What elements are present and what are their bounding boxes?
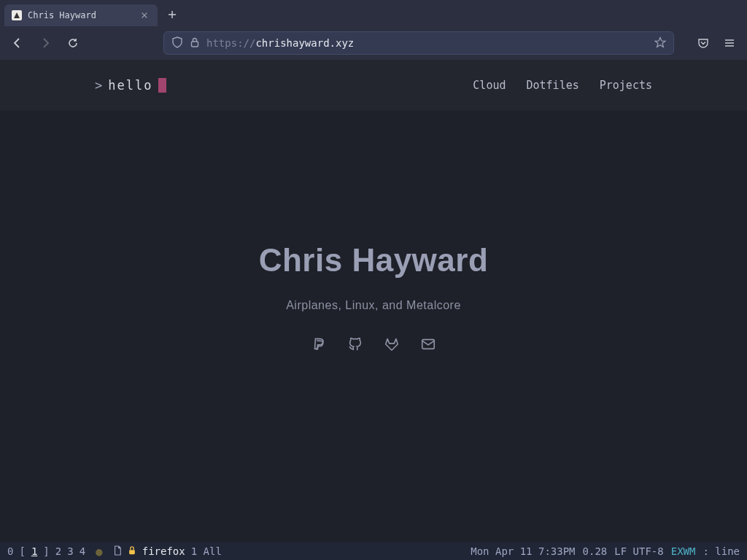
forward-button[interactable] xyxy=(35,33,55,53)
browser-toolbar: https://chrishayward.xyz xyxy=(0,26,747,60)
svg-rect-3 xyxy=(129,550,135,554)
browser-tab[interactable]: Chris Hayward xyxy=(4,4,158,26)
new-tab-button[interactable] xyxy=(162,4,182,25)
gitlab-icon[interactable] xyxy=(383,335,400,353)
readonly-lock-icon xyxy=(128,545,136,558)
modeline-trailing: : line xyxy=(703,545,740,557)
file-icon xyxy=(113,545,122,558)
svg-rect-1 xyxy=(192,42,198,47)
workspace-3[interactable]: 3 xyxy=(67,545,73,557)
tab-close-button[interactable] xyxy=(139,9,150,21)
back-button[interactable] xyxy=(7,33,28,53)
modeline-datetime: Mon Apr 11 7:33PM xyxy=(471,545,575,557)
browser-tabstrip: Chris Hayward xyxy=(0,0,747,26)
bookmark-star-icon[interactable] xyxy=(654,36,666,50)
url-text: https://chrishayward.xyz xyxy=(206,37,354,49)
address-bar[interactable]: https://chrishayward.xyz xyxy=(163,31,674,55)
workspace-1[interactable]: 1 xyxy=(31,545,37,557)
modeline-dot-icon: ● xyxy=(91,545,107,559)
mail-icon[interactable] xyxy=(419,335,437,353)
hero: Chris Hayward Airplanes, Linux, and Meta… xyxy=(0,82,747,513)
hero-name: Chris Hayward xyxy=(259,242,489,279)
workspace-list: 0 [1] 2 3 4 xyxy=(7,545,85,557)
workspace-2[interactable]: 2 xyxy=(55,545,61,557)
hero-tagline: Airplanes, Linux, and Metalcore xyxy=(286,299,461,312)
hamburger-menu-icon[interactable] xyxy=(719,33,740,53)
emacs-modeline: 0 [1] 2 3 4 ● firefox 1 All Mon Apr 11 7… xyxy=(0,542,747,560)
pocket-icon[interactable] xyxy=(693,33,713,53)
tab-favicon xyxy=(12,10,22,20)
tab-title: Chris Hayward xyxy=(28,10,133,20)
lock-icon[interactable] xyxy=(189,36,201,50)
buffer-position: 1 All xyxy=(191,545,222,557)
buffer-name: firefox xyxy=(142,545,185,557)
svg-marker-0 xyxy=(14,12,20,18)
modeline-load: 0.28 xyxy=(583,545,608,557)
modeline-encoding: LF UTF-8 xyxy=(614,545,663,557)
github-icon[interactable] xyxy=(347,335,364,353)
workspace-0[interactable]: 0 xyxy=(7,545,13,557)
workspace-4[interactable]: 4 xyxy=(80,545,85,557)
paypal-icon[interactable] xyxy=(310,335,328,353)
reload-button[interactable] xyxy=(63,33,83,53)
page-viewport: > hello Cloud Dotfiles Projects Chris Ha… xyxy=(0,60,747,542)
modeline-major-mode: EXWM xyxy=(671,545,696,557)
social-links xyxy=(310,335,437,353)
shield-icon[interactable] xyxy=(171,36,183,50)
